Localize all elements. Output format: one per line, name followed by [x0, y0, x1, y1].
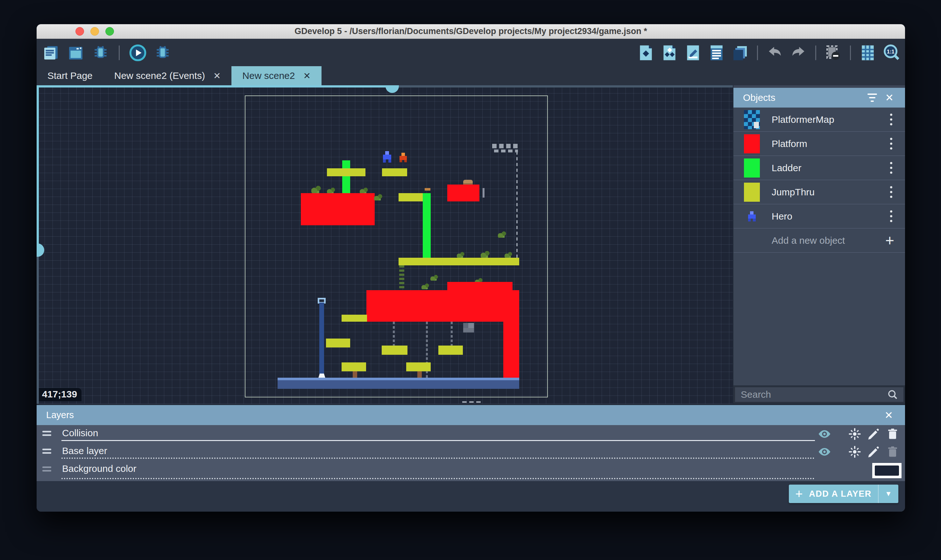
debug-icon[interactable]	[91, 44, 110, 62]
vertical-scrollbar-knob[interactable]	[37, 243, 44, 257]
object-icon[interactable]	[637, 44, 655, 62]
layer-row-base-layer[interactable]: Base layer	[37, 443, 905, 461]
object-row-jumpthru[interactable]: JumpThru	[733, 180, 905, 204]
scene-instance-marker[interactable]	[425, 188, 430, 191]
scene-instance-platform[interactable]	[447, 282, 513, 290]
minimize-window-button[interactable]	[91, 27, 99, 35]
scene-instance-blocks[interactable]	[462, 401, 481, 403]
scene-instance-grass[interactable]	[327, 187, 335, 194]
close-tab-icon[interactable]: ✕	[303, 71, 310, 81]
scene-instance-jump[interactable]	[382, 346, 408, 355]
horizontal-scrollbar-knob[interactable]	[385, 85, 399, 93]
zoom-1-1-icon[interactable]: 1:1	[882, 44, 901, 62]
scene-instance-jump[interactable]	[438, 346, 463, 355]
drag-handle-icon[interactable]	[42, 449, 51, 454]
scene-instance-blocks[interactable]	[492, 144, 519, 148]
scene-instance-grass[interactable]	[430, 274, 438, 281]
scene-instance-pole[interactable]	[319, 303, 324, 379]
close-window-button[interactable]	[75, 27, 84, 35]
layer-row-collision[interactable]: Collision	[37, 425, 905, 443]
scene-instance-jump[interactable]	[399, 258, 519, 265]
object-row-ladder[interactable]: Ladder	[733, 156, 905, 180]
scene-instance-jump[interactable]	[342, 315, 367, 322]
edit-layer-pencil-icon[interactable]	[866, 444, 881, 460]
object-menu-icon[interactable]	[890, 114, 892, 125]
scene-instance-jump[interactable]	[342, 362, 366, 371]
scene-instance-platform[interactable]	[503, 322, 519, 378]
tab-new-scene2-events[interactable]: New scene2 (Events) ✕	[103, 66, 232, 85]
tab-start-page[interactable]: Start Page	[37, 66, 103, 85]
scene-instance-graybar[interactable]	[483, 188, 485, 198]
scene-instance-bricks[interactable]	[463, 323, 474, 332]
scene-instance-jump[interactable]	[406, 362, 431, 371]
background-color-swatch[interactable]	[872, 463, 901, 478]
scene-instance-grass[interactable]	[360, 187, 368, 194]
add-new-object-row[interactable]: Add a new object +	[733, 228, 905, 252]
preview-window-icon[interactable]	[66, 44, 85, 62]
object-menu-icon[interactable]	[890, 138, 892, 149]
scene-instance-grass[interactable]	[505, 251, 512, 258]
scene-instance-grass[interactable]	[481, 250, 490, 258]
drag-handle-icon[interactable]	[42, 431, 51, 436]
tab-new-scene2[interactable]: New scene2 ✕	[231, 66, 322, 85]
add-layer-button[interactable]: + ADD A LAYER ▼	[789, 485, 898, 503]
layers-icon[interactable]	[731, 44, 749, 62]
layer-effects-icon[interactable]	[847, 426, 862, 442]
scene-instance-platform[interactable]	[301, 193, 375, 225]
scene-instance-jump[interactable]	[382, 168, 407, 176]
object-row-platform[interactable]: Platform	[733, 132, 905, 156]
instances-list-icon[interactable]	[707, 44, 726, 62]
delete-layer-trash-icon[interactable]	[885, 426, 900, 442]
object-menu-icon[interactable]	[890, 162, 892, 174]
scene-instance-post[interactable]	[417, 371, 422, 378]
filter-icon[interactable]	[864, 89, 881, 106]
object-menu-icon[interactable]	[890, 186, 892, 198]
objects-search-box[interactable]	[735, 387, 904, 402]
add-layer-dropdown[interactable]: ▼	[878, 485, 898, 503]
objects-group-icon[interactable]	[660, 44, 679, 62]
horizontal-scrollbar[interactable]	[37, 85, 733, 88]
layer-row-background-color[interactable]: Background color	[37, 461, 905, 481]
vertical-scrollbar[interactable]	[37, 85, 39, 404]
visibility-eye-icon[interactable]	[817, 444, 832, 460]
play-icon[interactable]	[129, 44, 147, 62]
scene-instance-hero[interactable]	[383, 151, 391, 163]
deselect-instances-icon[interactable]	[824, 44, 842, 62]
close-tab-icon[interactable]: ✕	[213, 71, 220, 81]
redo-icon[interactable]	[789, 44, 808, 62]
object-row-hero[interactable]: Hero	[733, 204, 905, 228]
visibility-eye-icon[interactable]	[817, 426, 832, 442]
zoom-window-button[interactable]	[105, 27, 114, 35]
search-input[interactable]	[740, 389, 887, 400]
close-objects-panel-icon[interactable]: ✕	[881, 89, 898, 106]
scene-instance-platform[interactable]	[447, 185, 479, 202]
layer-effects-icon[interactable]	[847, 444, 862, 460]
scene-editor-canvas[interactable]: 417;139	[37, 85, 733, 404]
properties-icon[interactable]	[684, 44, 702, 62]
close-layers-panel-icon[interactable]: ✕	[880, 407, 897, 424]
scene-instance-grass[interactable]	[457, 251, 464, 258]
object-row-platformermap[interactable]: PlatformerMap	[733, 108, 905, 132]
scene-instance-platform[interactable]	[367, 290, 519, 322]
scene-instance-jump[interactable]	[326, 338, 350, 348]
scene-instance-post[interactable]	[353, 371, 357, 378]
scene-instance-grass[interactable]	[422, 283, 429, 289]
scene-instance-grass[interactable]	[498, 231, 506, 238]
debug-network-icon[interactable]	[154, 44, 172, 62]
scene-instance-vine[interactable]	[399, 265, 404, 291]
scene-instance-enemy[interactable]	[399, 153, 407, 162]
scene-instance-creature[interactable]	[463, 180, 473, 185]
scene-instance-dashline[interactable]	[516, 151, 517, 258]
undo-icon[interactable]	[765, 44, 784, 62]
scene-instance-grass[interactable]	[311, 185, 321, 193]
edit-layer-pencil-icon[interactable]	[866, 426, 881, 442]
scene-instance-ladder[interactable]	[423, 193, 431, 258]
scene-instance-jump[interactable]	[399, 193, 423, 202]
scene-instance-blocks[interactable]	[494, 149, 518, 152]
scene-instance-ground[interactable]	[277, 378, 519, 389]
scene-instance-jump[interactable]	[327, 168, 365, 176]
scene-instance-ladder[interactable]	[342, 160, 350, 193]
project-manager-icon[interactable]	[42, 44, 60, 62]
object-menu-icon[interactable]	[890, 210, 892, 222]
scene-instance-grass[interactable]	[374, 194, 382, 200]
